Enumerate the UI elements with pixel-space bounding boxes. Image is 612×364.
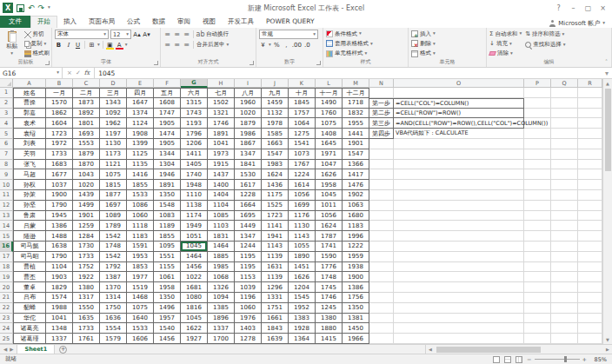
cell-I5[interactable]: 1986 [235,129,262,139]
cell-H5[interactable]: 1891 [208,129,235,139]
cell-Q20[interactable] [551,282,578,293]
cell-C14[interactable]: 1259 [73,221,100,231]
cell-E1[interactable]: 四月 [127,88,154,98]
cell-P7[interactable] [524,149,551,160]
cell-B7[interactable]: 1733 [46,149,73,160]
cell-O20[interactable] [394,282,524,293]
cell-A9[interactable]: 马超 [13,169,46,180]
column-header-O[interactable]: O [394,79,524,88]
cell-A17[interactable]: 司马昭 [13,252,46,262]
cell-Q22[interactable] [551,303,578,314]
cell-D18[interactable]: 1792 [100,262,127,273]
cell-Q18[interactable] [551,262,578,273]
column-header-P[interactable]: P [524,79,551,88]
cell-F25[interactable]: 1456 [154,334,181,344]
conditional-formatting-button[interactable]: 条件格式▾ [326,30,406,38]
cell-C22[interactable]: 1550 [73,303,100,314]
cell-K2[interactable]: 1845 [289,98,316,109]
cell-I13[interactable]: 1695 [235,211,262,222]
cell-A5[interactable]: 袁绍 [13,129,46,139]
cell-E3[interactable]: 1374 [127,109,154,119]
cell-I21[interactable]: 1196 [235,293,262,303]
cell-F20[interactable]: 1958 [154,282,181,293]
row-header-12[interactable]: 12 [0,201,13,211]
cell-O25[interactable] [394,334,524,344]
cell-B1[interactable]: 一月 [46,88,73,98]
cell-K24[interactable]: 1928 [289,323,316,334]
cell-R2[interactable] [578,98,602,109]
zoom-slider[interactable] [535,359,580,360]
prev-sheet-icon[interactable]: ◀ [3,347,7,352]
cell-I18[interactable]: 1195 [235,262,262,273]
cell-H20[interactable]: 1326 [208,282,235,293]
cell-G13[interactable]: 1174 [181,211,208,222]
cell-I6[interactable]: 1867 [235,139,262,149]
cell-B13[interactable]: 1945 [46,211,73,222]
row-header-15[interactable]: 15 [0,231,13,242]
number-dialog-launcher-icon[interactable] [316,61,321,65]
cell-C25[interactable]: 1761 [73,334,100,344]
cell-J21[interactable]: 1331 [262,293,289,303]
cell-D7[interactable]: 1173 [100,149,127,160]
cell-G16[interactable]: 1045 [181,242,208,252]
find-select-button[interactable]: 查找和选择▾ [525,40,565,50]
cell-K6[interactable]: 1541 [289,139,316,149]
cell-J11[interactable]: 1175 [262,190,289,201]
cell-E24[interactable]: 1533 [127,323,154,334]
cell-D11[interactable]: 1877 [100,190,127,201]
cell-F2[interactable]: 1608 [154,98,181,109]
cell-M10[interactable]: 1476 [343,180,369,190]
cell-I25[interactable]: 1278 [235,334,262,344]
bold-button[interactable]: B [55,41,63,50]
cell-A18[interactable]: 曹植 [13,262,46,273]
cell-J24[interactable]: 1843 [262,323,289,334]
cell-P19[interactable] [524,272,551,282]
cell-D4[interactable]: 1962 [100,118,127,129]
cell-R20[interactable] [578,282,602,293]
cell-I12[interactable]: 1664 [235,201,262,211]
cell-G6[interactable]: 1206 [181,139,208,149]
cell-D16[interactable]: 1748 [100,242,127,252]
cell-G23[interactable]: 1045 [181,314,208,324]
cell-K19[interactable]: 1626 [289,272,316,282]
cell-H6[interactable]: 1041 [208,139,235,149]
cell-D22[interactable]: 1750 [100,303,127,314]
cell-O11[interactable] [394,190,524,201]
cell-P11[interactable] [524,190,551,201]
cell-K23[interactable]: 1383 [289,314,316,324]
cell-E14[interactable]: 1118 [127,221,154,231]
cell-H17[interactable]: 1885 [208,252,235,262]
cell-O4[interactable]: =AND(CELL("ROW")=ROW(),CELL("COL")=COLUM… [394,118,524,129]
cell-F15[interactable]: 1855 [154,231,181,242]
cell-L21[interactable]: 1746 [316,293,343,303]
cell-J5[interactable]: 1585 [262,129,289,139]
cancel-icon[interactable]: × [67,69,72,76]
cell-G11[interactable]: 1110 [181,190,208,201]
cell-F7[interactable]: 1344 [154,149,181,160]
cell-D24[interactable]: 1554 [100,323,127,334]
cell-F8[interactable]: 1304 [154,160,181,170]
cell-P25[interactable] [524,334,551,344]
cell-D20[interactable]: 1370 [100,282,127,293]
name-box[interactable]: G16 ▾ [0,68,63,78]
cell-R24[interactable] [578,323,602,334]
cell-N22[interactable] [369,303,394,314]
cell-R1[interactable] [578,88,602,98]
cell-O24[interactable] [394,323,524,334]
cell-A16[interactable]: 司马懿 [13,242,46,252]
cell-K4[interactable]: 1064 [289,118,316,129]
cell-J20[interactable]: 1296 [262,282,289,293]
row-header-11[interactable]: 11 [0,190,13,201]
cell-I1[interactable]: 八月 [235,88,262,98]
cell-Q10[interactable] [551,180,578,190]
cell-L5[interactable]: 1408 [316,129,343,139]
cell-N14[interactable] [369,221,394,231]
cell-K14[interactable]: 1130 [289,221,316,231]
cell-K3[interactable]: 1757 [289,109,316,119]
cell-J16[interactable]: 1143 [262,242,289,252]
cell-R23[interactable] [578,314,602,324]
cell-D15[interactable]: 1542 [100,231,127,242]
row-header-20[interactable]: 20 [0,282,13,293]
cell-H2[interactable]: 1502 [208,98,235,109]
cell-C10[interactable]: 1020 [73,180,100,190]
